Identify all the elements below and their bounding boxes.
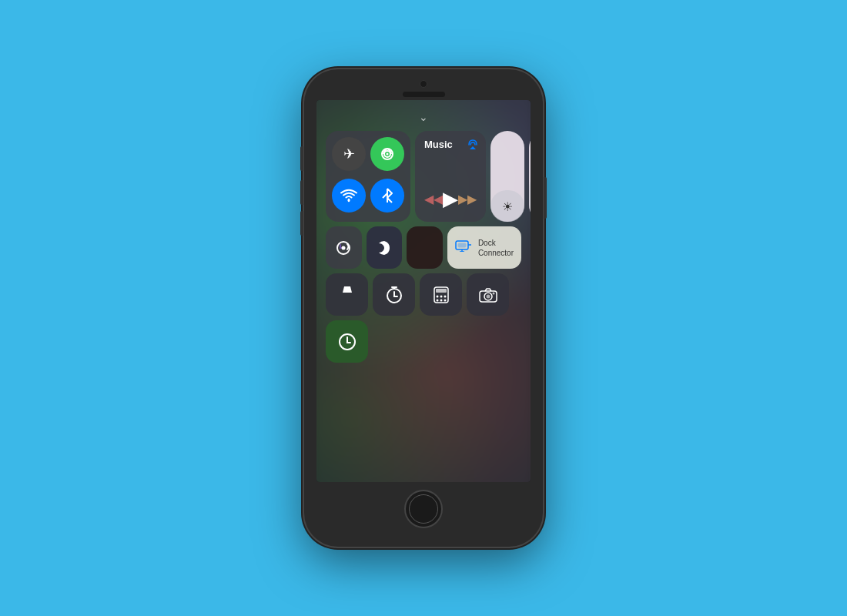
next-button[interactable]: ▶▶	[458, 192, 477, 206]
svg-point-16	[440, 299, 442, 301]
brightness-icon: ☀	[502, 199, 513, 214]
svg-point-12	[436, 295, 438, 297]
extra-buttons-row	[326, 320, 521, 363]
second-controls-row: Dock Connector	[326, 226, 521, 269]
flashlight-button[interactable]	[326, 273, 368, 316]
svg-point-14	[444, 295, 446, 297]
iphone-frame: ⌄ ✈	[304, 69, 543, 547]
iphone-screen: ⌄ ✈	[316, 100, 531, 482]
prev-button[interactable]: ◀◀	[424, 192, 443, 206]
svg-rect-7	[458, 243, 466, 247]
iphone-bottom	[404, 482, 443, 537]
camera-button[interactable]	[467, 273, 509, 316]
calculator-button[interactable]	[420, 273, 462, 316]
top-controls-row: ✈	[326, 131, 521, 222]
svg-point-20	[486, 294, 490, 298]
svg-point-2	[387, 153, 389, 156]
volume-slider[interactable]	[529, 131, 531, 222]
dismiss-handle[interactable]: ⌄	[326, 108, 521, 126]
dock-connector-icon	[455, 239, 472, 256]
timer-button[interactable]	[373, 273, 415, 316]
airplay-icon[interactable]	[467, 139, 478, 152]
do-not-disturb-button[interactable]	[367, 226, 403, 269]
connectivity-tile: ✈	[326, 131, 410, 222]
cellular-button[interactable]	[370, 137, 404, 171]
music-controls: ◀◀ ▶ ▶▶	[424, 187, 477, 214]
rotation-lock-button[interactable]	[326, 226, 362, 269]
svg-point-21	[492, 292, 494, 294]
svg-point-3	[348, 199, 350, 202]
home-button-inner	[409, 494, 438, 524]
sliders-column: ☀	[490, 131, 531, 222]
torch-button[interactable]	[407, 226, 443, 269]
bottom-buttons-row	[326, 273, 521, 316]
svg-rect-11	[436, 289, 447, 293]
dock-connector-button[interactable]: Dock Connector	[447, 226, 521, 269]
svg-point-13	[440, 295, 442, 297]
svg-point-5	[342, 246, 346, 249]
music-tile[interactable]: Music ◀◀ ▶ ▶▶	[415, 131, 486, 222]
svg-rect-8	[344, 286, 350, 288]
dock-connector-label: Dock Connector	[478, 238, 514, 258]
wifi-button[interactable]	[332, 179, 366, 213]
svg-point-17	[444, 299, 446, 301]
dock-label-line1: Dock	[478, 238, 514, 248]
home-button[interactable]	[404, 490, 443, 528]
svg-point-15	[436, 299, 438, 301]
airplane-mode-button[interactable]: ✈	[332, 137, 366, 171]
bluetooth-button[interactable]	[370, 179, 404, 213]
clock-button[interactable]	[326, 320, 368, 363]
control-center: ⌄ ✈	[316, 100, 531, 482]
play-button[interactable]: ▶	[443, 187, 458, 211]
earpiece-speaker	[403, 92, 445, 97]
iphone-top	[304, 69, 543, 97]
front-camera	[420, 80, 427, 88]
brightness-slider[interactable]: ☀	[490, 131, 524, 222]
dock-label-line2: Connector	[478, 248, 514, 258]
dismiss-chevron-icon[interactable]: ⌄	[419, 111, 428, 123]
